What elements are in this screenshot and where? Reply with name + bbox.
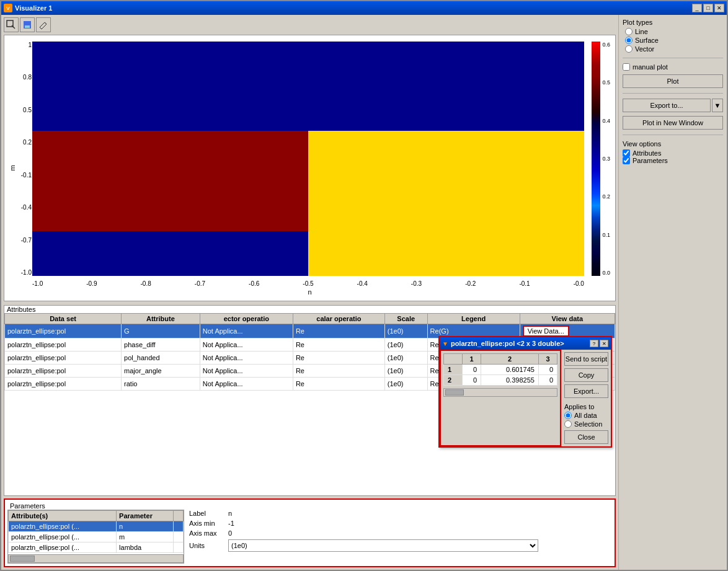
all-data-radio[interactable] [564,412,572,419]
vector-radio-label[interactable]: Vector [625,45,723,53]
parameters-section: Parameters Attribute(s) Parameter [4,498,616,567]
data-row-1-col2: 0.601745 [481,365,539,375]
params-col-scroll [174,511,184,521]
params-cell-attribute: polarztn_ellipse:pol (... [9,542,117,553]
axis-min-value: -1 [228,520,234,527]
data-col-2: 2 [481,354,539,365]
data-row-1-col1: 0 [463,365,481,375]
label-value: n [228,510,232,517]
view-data-button-1[interactable]: View Data... [523,325,569,337]
cell-attribute: G [122,324,200,339]
manual-plot-label: manual plot [633,63,668,71]
data-window-close-button[interactable]: ✕ [600,340,608,347]
toolbar [4,17,616,32]
params-scrollbar-thumb[interactable] [10,556,35,562]
attributes-checkbox[interactable] [623,149,630,157]
data-row-2-col1: 0 [463,375,481,386]
cell-scale: (1e0) [384,378,427,391]
line-radio-label[interactable]: Line [625,28,723,35]
toolbar-btn-2[interactable] [20,17,35,32]
plot-button[interactable]: Plot [623,74,723,88]
cell-dataset: polarztn_ellipse:pol [5,339,122,352]
export-button[interactable]: Export to... [623,99,711,112]
selection-radio[interactable] [564,420,572,428]
toolbar-btn-3[interactable] [36,17,51,32]
data-window-buttons: ? ✕ [590,340,608,347]
all-data-label: All data [574,412,597,419]
data-table-row[interactable]: 2 0 0.398255 0 [444,375,557,386]
toolbar-btn-1[interactable] [4,17,19,32]
app-icon: V [4,4,12,12]
view-options-title: View options [623,140,723,148]
data-table-container: 1 2 3 1 0 0.601745 0 2 [440,350,561,446]
attributes-label: Attributes [4,305,38,314]
vector-radio[interactable] [625,45,633,53]
col-view-data: View data [520,314,615,324]
attributes-header-row: Data set Attribute ector operatio calar … [5,314,615,324]
main-content: m 1 0.8 0.5 0.2 -0.1 -0.4 -0.7 -1.0 [1,15,727,570]
cell-scale: (1e0) [384,339,427,352]
data-row-2-col3: 0 [538,375,557,386]
cell-scalar-op: Re [293,352,384,365]
params-right: Label n Axis min -1 Axis max 0 Units [189,510,612,564]
cell-dataset: polarztn_ellipse:pol [5,365,122,378]
surface-radio-label[interactable]: Surface [625,37,723,44]
params-cell-parameter: lambda [117,542,174,553]
data-table-scrollbar[interactable] [443,388,557,397]
titlebar-buttons: _ □ ✕ [692,4,724,12]
cell-scale: (1e0) [384,365,427,378]
cell-vector-op: Not Applica... [200,324,293,339]
close-button[interactable]: ✕ [714,4,724,12]
main-window: V Visualizer 1 _ □ ✕ [0,0,728,571]
data-window-help-button[interactable]: ? [590,340,598,347]
parameters-checkbox-label[interactable]: Parameters [623,157,723,164]
applies-to-label: Applies to [564,403,608,410]
plot-new-window-button[interactable]: Plot in New Window [623,116,723,130]
export-btn-group: Export to... ▼ [623,99,723,112]
label-label: Label [189,510,223,517]
params-table-row[interactable]: polarztn_ellipse:pol (... lambda [9,542,184,553]
units-select[interactable]: (1e0) [228,539,538,552]
maximize-button[interactable]: □ [703,4,713,12]
parameters-checkbox-text: Parameters [633,157,668,164]
attributes-checkbox-label[interactable]: Attributes [623,149,723,157]
minimize-button[interactable]: _ [692,4,702,12]
selection-radio-label[interactable]: Selection [564,420,608,428]
params-cell-attribute: polarztn_ellipse:pol (... [9,521,117,532]
data-row-1-num: 1 [444,365,463,375]
data-window-right: Send to script Copy Export... Applies to… [561,350,611,446]
params-table-row[interactable]: polarztn_ellipse:pol (... m [9,532,184,542]
cell-scalar-op: Re [293,378,384,391]
data-row-1-col3: 0 [538,365,557,375]
all-data-radio-label[interactable]: All data [564,412,608,419]
params-col-attribute: Attribute(s) [9,511,117,521]
manual-plot-checkbox-label[interactable]: manual plot [623,63,723,71]
attributes-checkbox-text: Attributes [633,149,661,157]
data-table-row[interactable]: 1 0 0.601745 0 [444,365,557,375]
params-table: Attribute(s) Parameter polarztn_ellipse:… [8,510,184,553]
line-radio[interactable] [625,28,633,35]
cell-scalar-op: Re [293,324,384,339]
export-data-button[interactable]: Export... [564,384,608,398]
close-data-window-button[interactable]: Close [564,430,608,444]
col-scale: Scale [384,314,427,324]
surface-radio[interactable] [625,37,633,44]
export-dropdown-arrow[interactable]: ▼ [712,99,723,112]
view-options-group: View options Attributes Parameters [623,140,723,164]
data-window-body: 1 2 3 1 0 0.601745 0 2 [440,350,611,446]
send-to-script-button[interactable]: Send to script [564,352,608,366]
data-table-header-row: 1 2 3 [444,354,557,365]
cell-dataset: polarztn_ellipse:pol [5,378,122,391]
window-title: Visualizer 1 [15,4,52,12]
plot-types-radio-group: Line Surface Vector [625,28,723,53]
params-scrollbar[interactable] [8,554,184,563]
parameters-checkbox[interactable] [623,157,630,164]
cell-dataset: polarztn_ellipse:pol [5,352,122,365]
col-attribute: Attribute [122,314,200,324]
left-panel: m 1 0.8 0.5 0.2 -0.1 -0.4 -0.7 -1.0 [1,15,618,570]
manual-plot-checkbox[interactable] [623,63,630,71]
data-scrollbar-thumb[interactable] [445,389,464,396]
data-table: 1 2 3 1 0 0.601745 0 2 [443,353,557,386]
params-table-row[interactable]: polarztn_ellipse:pol (... n [9,521,184,532]
copy-button[interactable]: Copy [564,368,608,382]
